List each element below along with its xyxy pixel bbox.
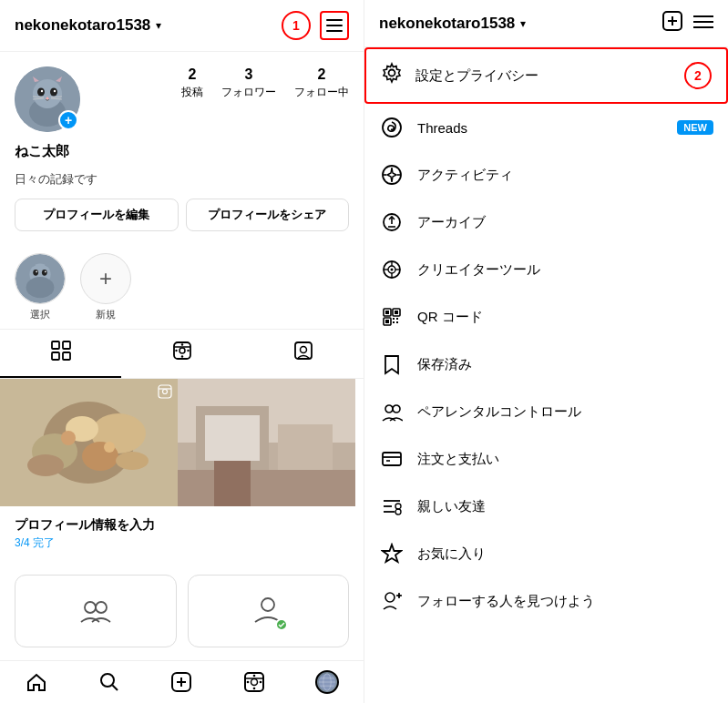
- svg-rect-27: [63, 341, 70, 349]
- edit-profile-button[interactable]: プロフィールを編集: [15, 199, 179, 231]
- tab-grid[interactable]: [0, 330, 121, 378]
- reel-badge-icon: [158, 384, 172, 399]
- bottom-card-group[interactable]: [15, 575, 177, 647]
- svg-point-85: [389, 70, 395, 76]
- svg-line-63: [112, 686, 118, 691]
- profile-prompt: プロフィール情報を入力 3/4 完了: [0, 506, 364, 562]
- svg-point-59: [85, 602, 96, 613]
- nav-search[interactable]: [73, 670, 146, 694]
- svg-point-38: [300, 347, 306, 353]
- qr-svg: [381, 306, 403, 328]
- svg-point-60: [96, 602, 107, 613]
- svg-point-2: [33, 79, 62, 108]
- right-header: nekonekotaro1538 ▾: [364, 0, 728, 47]
- highlight-item-new[interactable]: + 新規: [80, 253, 131, 321]
- grid-section: [0, 379, 364, 506]
- highlights-row: 選択 + 新規: [0, 246, 364, 329]
- right-panel: nekonekotaro1538 ▾: [364, 0, 728, 703]
- share-profile-button[interactable]: プロフィールをシェア: [186, 199, 350, 231]
- grid-thumb-1[interactable]: [0, 379, 178, 506]
- menu-item-threads[interactable]: Threads NEW: [364, 104, 728, 151]
- menu-item-qr[interactable]: QR コード: [364, 293, 728, 341]
- svg-rect-29: [63, 352, 70, 360]
- highlight-label-new: 新規: [96, 308, 116, 321]
- menu-label-activity: アクティビティ: [417, 167, 513, 184]
- svg-point-69: [253, 675, 256, 678]
- svg-point-119: [395, 509, 401, 515]
- verified-check-badge: [275, 618, 288, 631]
- add-story-button[interactable]: +: [58, 110, 78, 130]
- svg-point-48: [116, 452, 149, 470]
- settings-privacy-item[interactable]: 設定とプライバシー 2: [364, 47, 728, 104]
- menu-item-close-friends[interactable]: 親しい友達: [364, 483, 728, 530]
- circle-number-2: 2: [684, 62, 712, 89]
- left-header: nekonekotaro1538 ▾ 1: [0, 0, 364, 52]
- new-badge-threads: NEW: [677, 120, 713, 135]
- svg-rect-49: [159, 385, 171, 398]
- menu-item-discover[interactable]: フォローする人を見つけよう: [364, 577, 728, 625]
- nav-profile[interactable]: [291, 670, 364, 694]
- menu-item-orders[interactable]: 注文と支払い: [364, 435, 728, 483]
- svg-point-34: [175, 350, 177, 352]
- svg-point-9: [41, 90, 43, 92]
- bottom-card-person-verified[interactable]: [188, 575, 350, 647]
- menu-item-saved[interactable]: 保存済み: [364, 341, 728, 388]
- stat-posts: 2 投稿: [181, 66, 203, 100]
- menu-item-activity[interactable]: アクティビティ: [364, 151, 728, 199]
- svg-point-46: [104, 442, 115, 453]
- svg-point-50: [163, 390, 168, 394]
- tab-tagged[interactable]: [242, 330, 364, 378]
- svg-point-22: [36, 270, 37, 272]
- svg-rect-108: [396, 321, 398, 323]
- svg-point-71: [247, 681, 250, 684]
- svg-point-47: [27, 454, 64, 476]
- bottom-nav: [0, 660, 364, 703]
- archive-svg: [381, 211, 403, 233]
- username-left: nekonekotaro1538: [15, 16, 150, 35]
- grid-thumb-2[interactable]: [178, 379, 355, 506]
- followers-label: フォロワー: [221, 85, 276, 100]
- settings-gear-svg: [381, 62, 403, 84]
- svg-point-33: [180, 355, 182, 357]
- svg-rect-107: [396, 318, 398, 320]
- highlight-circle-select: [15, 253, 66, 304]
- svg-rect-112: [383, 453, 401, 465]
- checkmark-icon: [278, 621, 285, 628]
- svg-point-31: [179, 348, 185, 353]
- right-icons: [662, 11, 713, 36]
- grid-thumb-content-2: [178, 379, 355, 506]
- discover-icon: [379, 590, 405, 612]
- highlight-item-select[interactable]: 選択: [15, 253, 66, 321]
- right-username-row: nekonekotaro1538 ▾: [379, 15, 526, 33]
- tab-reels[interactable]: [121, 330, 242, 378]
- search-icon: [98, 671, 120, 693]
- svg-point-21: [42, 270, 47, 276]
- menu-label-archive: アーカイブ: [417, 214, 486, 231]
- menu-label-saved: 保存済み: [417, 356, 472, 373]
- nav-home[interactable]: [0, 670, 73, 694]
- svg-point-61: [261, 598, 274, 611]
- menu-label-discover: フォローする人を見つけよう: [417, 593, 595, 610]
- menu-item-parental[interactable]: ペアレンタルコントロール: [364, 388, 728, 435]
- menu-item-archive[interactable]: アーカイブ: [364, 199, 728, 246]
- green-check: [251, 593, 284, 629]
- svg-point-120: [385, 593, 395, 602]
- profile-name: ねこ太郎: [15, 143, 349, 160]
- highlight-cat-svg: [15, 253, 65, 304]
- menu-label-creator: クリエイターツール: [417, 261, 540, 279]
- svg-rect-55: [205, 415, 260, 461]
- posts-count: 2: [189, 66, 197, 83]
- menu-item-creator[interactable]: クリエイターツール: [364, 246, 728, 293]
- profile-bio: 日々の記録です: [15, 171, 349, 188]
- left-panel: nekonekotaro1538 ▾ 1: [0, 0, 364, 703]
- svg-point-86: [383, 118, 401, 137]
- nav-reels[interactable]: [218, 670, 291, 694]
- archive-icon: [379, 211, 405, 233]
- menu-button-right[interactable]: [693, 13, 713, 34]
- add-button-right[interactable]: [662, 11, 682, 36]
- prompt-title: プロフィール情報を入力: [15, 517, 349, 534]
- bookmark-icon: [379, 353, 405, 375]
- nav-add[interactable]: [146, 670, 219, 694]
- hamburger-menu-button[interactable]: [320, 11, 349, 40]
- menu-item-favorites[interactable]: お気に入り: [364, 530, 728, 577]
